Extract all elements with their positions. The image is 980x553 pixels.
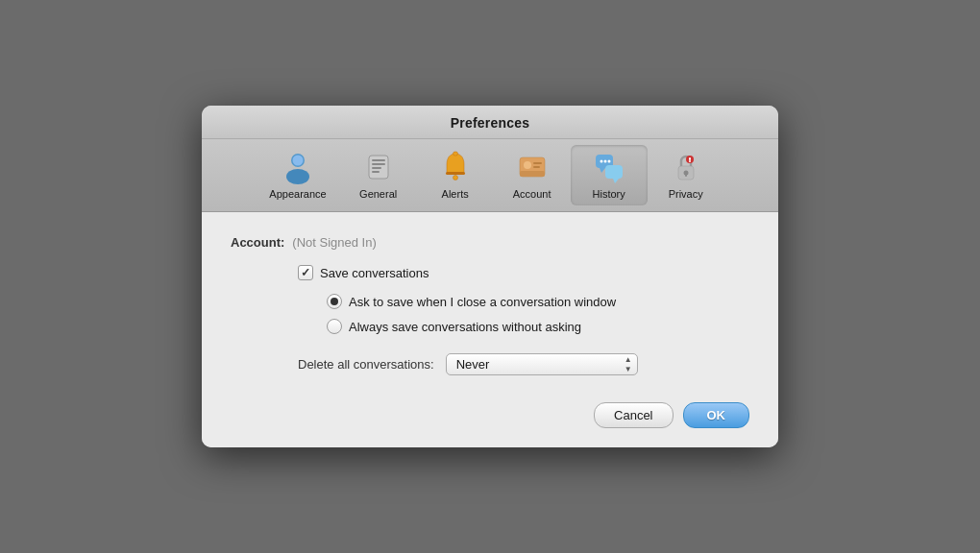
toolbar: Appearance General (202, 139, 778, 212)
radio-ask[interactable] (327, 294, 342, 309)
svg-rect-14 (533, 166, 540, 168)
cancel-button[interactable]: Cancel (594, 402, 673, 428)
toolbar-label-account: Account (513, 188, 551, 200)
account-row: Account: (Not Signed In) (231, 235, 749, 250)
radio-ask-label: Ask to save when I close a conversation … (349, 295, 616, 309)
delete-select[interactable]: Never After one day After one week After… (446, 353, 638, 375)
save-conversations-row[interactable]: Save conversations (298, 265, 749, 280)
svg-rect-13 (533, 162, 542, 164)
delete-select-wrapper: Never After one day After one week After… (446, 353, 638, 375)
radio-row-ask[interactable]: Ask to save when I close a conversation … (327, 294, 749, 309)
toolbar-item-alerts[interactable]: Alerts (417, 145, 494, 205)
svg-point-20 (600, 160, 602, 163)
svg-point-12 (524, 161, 531, 169)
save-options-group: Ask to save when I close a conversation … (327, 294, 749, 334)
svg-rect-8 (446, 172, 465, 175)
svg-point-21 (603, 160, 606, 163)
ok-button[interactable]: OK (683, 402, 750, 428)
svg-rect-7 (372, 171, 380, 173)
svg-point-2 (292, 156, 303, 166)
toolbar-item-appearance[interactable]: Appearance (256, 145, 339, 205)
alerts-icon (437, 149, 474, 185)
toolbar-label-general: General (359, 188, 397, 200)
toolbar-item-general[interactable]: General (340, 145, 417, 205)
toolbar-label-history: History (593, 188, 625, 200)
svg-point-22 (607, 160, 610, 163)
svg-marker-19 (613, 179, 619, 183)
svg-rect-25 (685, 173, 687, 177)
account-field-value: (Not Signed In) (292, 235, 376, 250)
toolbar-label-privacy: Privacy (669, 188, 703, 200)
general-icon (360, 149, 397, 185)
save-conversations-checkbox[interactable] (298, 265, 313, 280)
toolbar-label-appearance: Appearance (269, 188, 326, 200)
appearance-icon (280, 149, 316, 185)
svg-marker-17 (600, 168, 605, 173)
toolbar-item-history[interactable]: History (571, 145, 648, 205)
toolbar-item-privacy[interactable]: Privacy (648, 145, 724, 205)
svg-rect-4 (372, 159, 385, 161)
delete-conversations-label: Delete all conversations: (298, 357, 434, 372)
svg-rect-5 (372, 163, 385, 165)
radio-row-always[interactable]: Always save conversations without asking (327, 319, 749, 334)
toolbar-label-alerts: Alerts (442, 188, 469, 200)
title-bar: Preferences (202, 106, 778, 139)
account-icon (514, 149, 551, 185)
svg-rect-18 (605, 165, 623, 179)
toolbar-item-account[interactable]: Account (494, 145, 571, 205)
privacy-icon (668, 149, 704, 185)
preferences-dialog: Preferences Appearance (202, 106, 778, 447)
svg-rect-6 (372, 167, 381, 169)
svg-rect-10 (453, 152, 457, 156)
svg-point-1 (286, 169, 309, 184)
button-row: Cancel OK (231, 398, 749, 428)
delete-conversations-row: Delete all conversations: Never After on… (298, 353, 749, 375)
svg-rect-27 (689, 157, 691, 160)
radio-always-label: Always save conversations without asking (349, 320, 581, 334)
svg-point-28 (689, 160, 691, 162)
save-conversations-label: Save conversations (320, 266, 429, 280)
svg-point-9 (453, 176, 457, 180)
radio-always[interactable] (327, 319, 342, 334)
dialog-title: Preferences (202, 115, 778, 131)
svg-rect-15 (520, 171, 545, 177)
account-field-label: Account: (231, 235, 284, 250)
content-area: Account: (Not Signed In) Save conversati… (202, 212, 778, 447)
history-icon (591, 149, 627, 185)
